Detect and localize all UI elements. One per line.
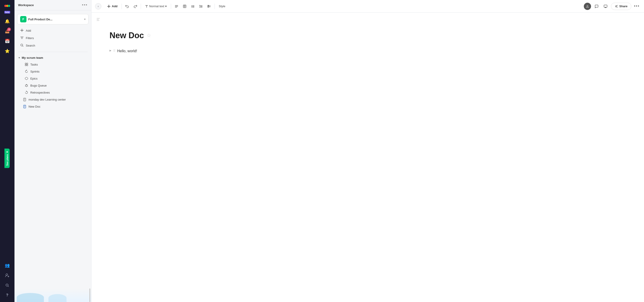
sidebar-scroll-indicator [14,289,91,302]
ordered-list-button[interactable] [197,3,204,10]
help-icon[interactable]: ? [3,291,12,300]
text-format-dropdown[interactable]: Normal text ▾ [143,3,169,10]
workspace-label: Workspace [18,3,34,7]
toolbar: ‹ Add Normal text ▾ [92,0,644,13]
user-avatar[interactable] [584,3,591,10]
search-action-label: Search [26,44,35,47]
bugs-icon [24,83,28,87]
filters-icon [20,36,24,40]
nav-section-header[interactable]: ▼ My scrum team [14,55,91,61]
svg-rect-21 [604,5,607,7]
svg-rect-6 [25,63,26,64]
toolbar-divider-3 [171,3,171,9]
comment-button[interactable] [593,3,600,10]
search-rail-icon[interactable] [3,281,12,290]
scrollbar-thumb[interactable] [90,289,90,302]
workspace-icon: F [20,16,26,22]
nav-item-retrospectives[interactable]: Retrospectives [16,89,90,96]
nav-item-sprints[interactable]: Sprints [16,68,90,75]
toolbar-divider-2 [141,3,141,9]
block-drag-handle[interactable]: ⠿ [113,48,116,52]
sidebar-actions: Add Filters Search [14,26,91,51]
search-icon [20,43,24,48]
workspace-more-button[interactable]: ••• [82,3,88,7]
filters-action-button[interactable]: Filters [18,34,88,42]
workspace-chevron-icon: ▾ [84,18,86,21]
beta-badge: beta [4,11,10,13]
doc-title[interactable]: New Doc [110,31,144,40]
scroll-blob-2 [48,294,66,302]
nav-item-new-doc[interactable]: New Doc [16,103,90,110]
svg-rect-8 [27,63,28,64]
svg-point-2 [8,5,10,7]
nav-item-learning-center[interactable]: monday dev Learning center [16,96,90,103]
doc-area: New Doc ☆ ▶ ⠿ Hello, world! [92,13,644,302]
star-icon[interactable]: ☆ [147,32,151,38]
favorites-icon[interactable]: ⭐ [3,46,12,56]
sidebar-header: Workspace ••• [14,0,91,10]
nav-tree: ▼ My scrum team Tasks Sprints [14,53,91,112]
sidebar: Workspace ••• F Full Product De... ▾ Add [14,0,92,302]
add-action-label: Add [26,29,31,32]
people-icon[interactable]: 👥 [3,261,12,270]
svg-point-16 [192,6,192,6]
checklist-button[interactable] [206,3,213,10]
icon-rail: beta 🔔 📥 2 📅 ⭐ See plans ✦ 👥 ? [0,0,14,302]
block-content[interactable]: Hello, world! [117,48,137,54]
redo-button[interactable] [132,3,139,10]
calendar-icon[interactable]: 📅 [3,37,12,46]
style-button[interactable]: Style [216,3,228,10]
present-button[interactable] [602,3,609,10]
nav-item-tasks[interactable]: Tasks [16,61,90,68]
text-format-label: Normal text [149,4,164,8]
more-options-button[interactable]: ••• [633,3,640,10]
add-action-button[interactable]: Add [18,27,88,34]
inbox-icon[interactable]: 📥 2 [3,27,12,36]
text-format-chevron: ▾ [165,4,167,8]
doc-sidebar-toggle-button[interactable] [96,17,100,23]
tasks-icon [24,62,28,66]
toolbar-right: Share ••• [584,3,640,10]
app-logo [3,2,11,10]
nav-item-bugs[interactable]: Bugs Queue [16,82,90,89]
doc-title-row: New Doc ☆ [110,31,626,40]
share-button[interactable]: Share [611,3,631,10]
nav-learning-center-label: monday dev Learning center [28,98,66,101]
add-button[interactable]: Add [105,3,120,10]
nav-tasks-label: Tasks [30,63,38,66]
plus-icon: ✦ [6,151,9,153]
filters-action-label: Filters [26,36,34,40]
add-button-label: Add [112,4,118,8]
collapse-sidebar-button[interactable]: ‹ [95,3,101,9]
list-button[interactable] [189,3,196,10]
add-icon [20,28,24,33]
block-toggle-icon[interactable]: ▶ [110,48,111,52]
table-button[interactable] [181,3,188,10]
sprints-icon [24,69,28,73]
nav-sprints-label: Sprints [30,70,39,73]
add-person-icon[interactable] [3,271,12,280]
notification-icon[interactable]: 🔔 [3,17,12,26]
workspace-selector[interactable]: F Full Product De... ▾ [17,14,88,24]
sidebar-divider [18,52,88,52]
svg-point-15 [192,5,192,6]
undo-button[interactable] [124,3,131,10]
align-button[interactable] [173,3,180,10]
scroll-blob-1 [17,293,44,302]
nav-new-doc-label: New Doc [28,105,40,108]
nav-item-epics[interactable]: Epics [16,75,90,82]
style-label: Style [219,4,226,8]
see-plans-label: See plans [6,154,8,166]
epics-icon [24,76,28,80]
collapse-arrow-icon: ‹ [98,5,99,8]
svg-rect-7 [25,65,26,66]
search-action-button[interactable]: Search [18,42,88,49]
see-plans-button[interactable]: See plans ✦ [4,149,10,168]
learning-center-icon [23,97,27,101]
svg-marker-10 [25,77,28,80]
doc-block: ▶ ⠿ Hello, world! [110,47,626,55]
main-content: ‹ Add Normal text ▾ [92,0,644,302]
svg-rect-9 [27,65,28,66]
retrospectives-icon [24,90,28,94]
svg-point-11 [26,85,28,87]
